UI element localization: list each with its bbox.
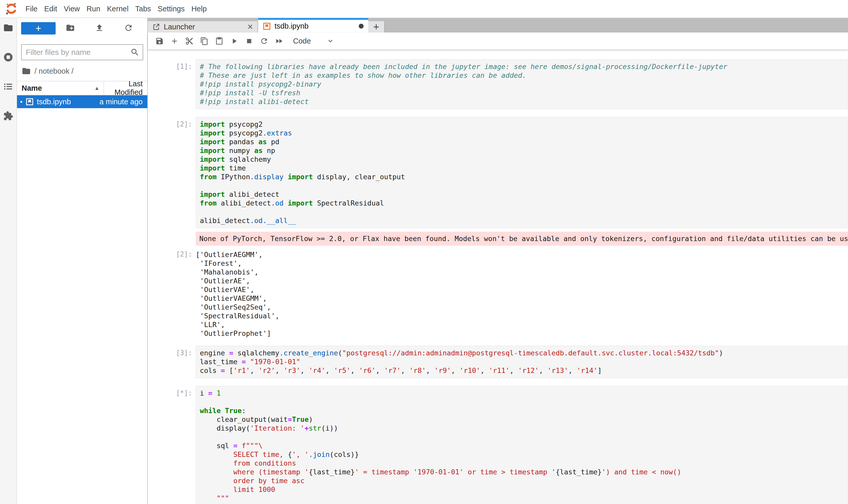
close-icon[interactable]: × [248, 22, 253, 32]
file-browser-toolbar: + [17, 18, 147, 37]
breadcrumb[interactable]: / notebook / [17, 60, 147, 81]
paste-cells-button[interactable] [212, 34, 227, 48]
menu-item-tabs[interactable]: Tabs [132, 5, 154, 13]
menu-item-help[interactable]: Help [188, 5, 210, 13]
file-browser-tab-folder-icon[interactable] [3, 22, 14, 34]
tab-label: Launcher [164, 23, 195, 31]
column-header-last-modified[interactable]: Last Modified [104, 79, 147, 96]
stop-icon [245, 37, 253, 45]
code-editor[interactable]: # The following libraries have already b… [196, 59, 848, 109]
notebook-toolbar: Code [148, 33, 848, 50]
tab-bar: Launcher × tsdb.ipynb + [148, 18, 848, 33]
search-icon [130, 48, 140, 57]
plus-icon [170, 37, 179, 45]
input-prompt: [1]: [148, 59, 196, 70]
launcher-icon [152, 23, 160, 31]
file-filter-input[interactable] [21, 44, 143, 60]
input-prompt: [3]: [148, 346, 196, 357]
code-editor[interactable]: engine = sqlalchemy.create_engine("postg… [196, 346, 848, 378]
notebook-file-icon [263, 22, 271, 30]
fast-forward-icon [275, 37, 283, 45]
run-cell-button[interactable] [227, 34, 241, 48]
unsaved-changes-dot [359, 24, 364, 29]
save-button[interactable] [152, 34, 167, 48]
extensions-icon[interactable] [3, 110, 14, 122]
new-tab-button[interactable]: + [368, 21, 385, 33]
notebook-cells[interactable]: [1]:# The following libraries have alrea… [148, 50, 848, 504]
cut-cells-button[interactable] [182, 34, 197, 48]
play-icon [230, 37, 238, 45]
menu-item-edit[interactable]: Edit [41, 5, 60, 13]
tab-tsdb-notebook[interactable]: tsdb.ipynb [258, 18, 368, 33]
chevron-down-icon[interactable] [327, 37, 334, 44]
file-list-header: Name ▲ Last Modified [17, 81, 147, 95]
scissors-icon [185, 37, 194, 45]
interrupt-kernel-button[interactable] [241, 34, 256, 48]
notebook-cell: [*]:i = 1 while True: clear_output(wait=… [148, 386, 848, 504]
input-prompt: [2]: [148, 117, 196, 128]
execute-result: ['OutlierAEGMM', 'IForest', 'Mahalanobis… [196, 249, 848, 338]
menu-item-run[interactable]: Run [83, 5, 104, 13]
upload-icon[interactable] [95, 23, 104, 34]
main-dock-panel: Launcher × tsdb.ipynb + [148, 18, 848, 504]
notebook-cell: [1]:# The following libraries have alrea… [148, 59, 848, 109]
input-prompt: [*]: [148, 386, 196, 397]
jupyterlab-window: FileEditViewRunKernelTabsSettingsHelp + [0, 0, 848, 504]
code-editor[interactable]: i = 1 while True: clear_output(wait=True… [196, 386, 848, 504]
copy-cells-button[interactable] [197, 34, 212, 48]
table-of-contents-icon[interactable] [3, 81, 14, 92]
plus-icon: + [373, 21, 379, 33]
file-modified: a minute ago [100, 97, 143, 106]
menu-bar-items: FileEditViewRunKernelTabsSettingsHelp [22, 5, 210, 13]
cell-type-dropdown[interactable]: Code [293, 37, 311, 45]
app-logo-icon [5, 2, 18, 15]
file-name: tsdb.ipynb [37, 97, 71, 106]
file-list-item-selected[interactable]: • tsdb.ipynb a minute ago [17, 95, 147, 108]
activity-bar [0, 18, 17, 504]
output-prompt-empty [148, 232, 196, 233]
notebook-cell: [2]:import psycopg2import psycopg2.extra… [148, 117, 848, 338]
new-launcher-button[interactable]: + [21, 22, 56, 35]
column-header-name[interactable]: Name ▲ [17, 82, 104, 95]
tab-label: tsdb.ipynb [274, 22, 308, 30]
menu-item-settings[interactable]: Settings [154, 5, 188, 13]
refresh-icon[interactable] [124, 23, 133, 34]
folder-icon [22, 67, 31, 76]
restart-run-all-button[interactable] [271, 34, 286, 48]
clipboard-icon [215, 37, 223, 45]
restart-kernel-button[interactable] [256, 34, 271, 48]
tab-launcher[interactable]: Launcher × [148, 21, 258, 33]
new-folder-icon[interactable] [66, 23, 75, 34]
menu-item-view[interactable]: View [60, 5, 83, 13]
menu-item-kernel[interactable]: Kernel [104, 5, 132, 13]
running-kernels-icon[interactable] [3, 52, 14, 63]
notebook-cell: [3]:engine = sqlalchemy.create_engine("p… [148, 346, 848, 378]
save-icon [155, 37, 164, 45]
copy-icon [200, 37, 209, 45]
stderr-warning-output: None of PyTorch, TensorFlow >= 2.0, or F… [196, 232, 848, 246]
menu-item-file[interactable]: File [22, 5, 41, 13]
file-filter-box [21, 44, 143, 60]
restart-icon [260, 37, 268, 45]
sort-ascending-icon: ▲ [94, 85, 100, 91]
output-prompt: [2]: [148, 249, 196, 258]
code-editor[interactable]: import psycopg2import psycopg2.extrasimp… [196, 117, 848, 228]
insert-cell-button[interactable] [167, 34, 182, 48]
notebook-file-icon [25, 97, 34, 106]
file-browser-panel: + / [17, 18, 148, 504]
plus-icon: + [36, 23, 41, 33]
menu-bar: FileEditViewRunKernelTabsSettingsHelp [0, 0, 848, 18]
breadcrumb-path: / notebook / [35, 67, 74, 75]
open-file-dot-indicator: • [20, 98, 22, 105]
